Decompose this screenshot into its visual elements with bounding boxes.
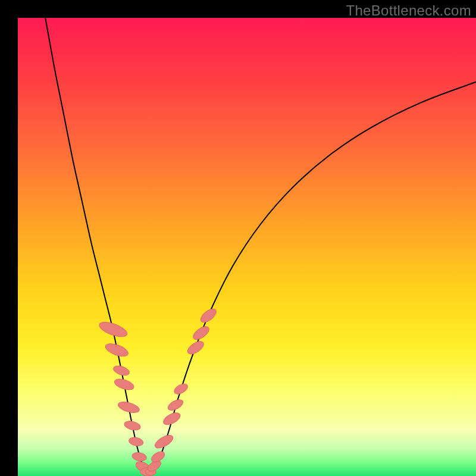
data-marker [131, 452, 148, 462]
data-marker [186, 339, 206, 356]
watermark-text: TheBottleneck.com [346, 2, 471, 19]
data-marker [162, 411, 182, 427]
plot-area [18, 18, 476, 476]
data-marker [113, 377, 135, 392]
data-marker [166, 397, 184, 412]
data-marker [98, 319, 129, 339]
data-marker [173, 382, 189, 396]
bottleneck-curve [18, 18, 476, 476]
data-marker [191, 324, 211, 342]
data-marker [104, 341, 130, 359]
data-marker [198, 306, 218, 325]
data-marker [128, 436, 144, 447]
data-marker [117, 400, 140, 415]
data-marker [112, 364, 131, 377]
data-marker [123, 419, 141, 431]
curve-right-branch [153, 82, 476, 472]
chart-frame: TheBottleneck.com [0, 0, 476, 476]
